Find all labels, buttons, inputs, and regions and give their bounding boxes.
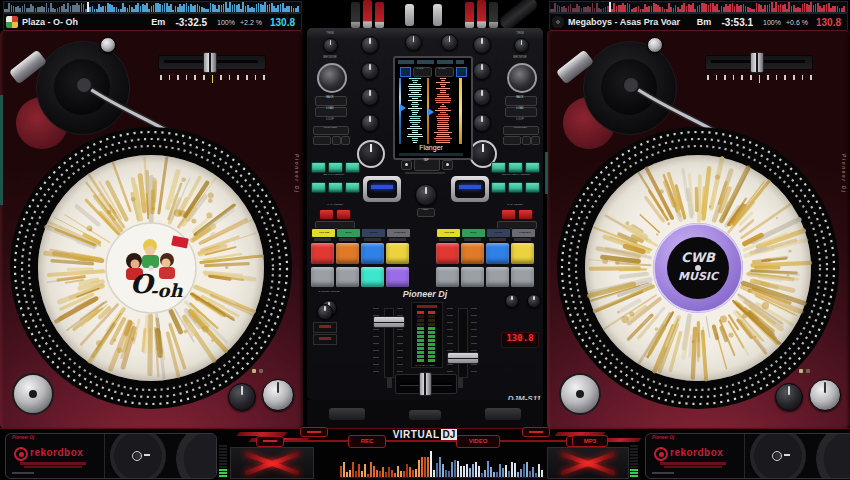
label: AUTO LOOP bbox=[504, 125, 536, 127]
rekordbox-icon bbox=[654, 447, 668, 461]
booth-level-knob[interactable] bbox=[441, 34, 458, 51]
performance-pad[interactable] bbox=[461, 267, 484, 287]
browse-knob-right[interactable] bbox=[507, 63, 537, 93]
performance-pad[interactable] bbox=[486, 243, 509, 264]
channel-fader-left[interactable] bbox=[373, 308, 403, 376]
brake-adjust-knob[interactable] bbox=[228, 383, 256, 411]
software-fx-select-button[interactable] bbox=[508, 162, 523, 173]
pitch-fader-handle[interactable] bbox=[750, 52, 764, 73]
deck-brand: Pioneer Dj bbox=[295, 154, 300, 194]
toolbar-button[interactable] bbox=[256, 436, 284, 447]
mixer-bpm-display: 130.8 bbox=[501, 332, 539, 348]
beat-fx-select-button[interactable] bbox=[328, 162, 343, 173]
label: LOAD bbox=[502, 107, 538, 110]
pad-mode-button[interactable]: SLICER bbox=[486, 228, 511, 238]
pad-mode-button[interactable]: SAMPLER bbox=[511, 228, 536, 238]
ch1-mid-knob[interactable] bbox=[361, 88, 379, 106]
mixer-brand-logo: Pioneer Dj bbox=[397, 289, 453, 299]
performance-pad[interactable] bbox=[336, 243, 359, 264]
mini-display bbox=[313, 322, 337, 333]
master-waveform[interactable] bbox=[340, 449, 545, 479]
mp3-button[interactable]: MP3 bbox=[572, 435, 608, 447]
start-stop-button[interactable] bbox=[12, 373, 54, 415]
ch2-low-knob[interactable] bbox=[473, 114, 491, 132]
parameter-right-button[interactable] bbox=[518, 209, 533, 220]
pad-mode-button[interactable]: HOT CUE bbox=[311, 228, 336, 238]
ch1-hi-knob[interactable] bbox=[361, 62, 379, 80]
performance-pad[interactable] bbox=[311, 267, 334, 287]
loop-x2-button[interactable] bbox=[531, 136, 540, 145]
crossfader-handle[interactable] bbox=[419, 372, 432, 396]
performance-pad[interactable] bbox=[461, 243, 484, 264]
pad-mode-button[interactable]: SAMPLER bbox=[386, 228, 411, 238]
ch1-filter-knob[interactable] bbox=[357, 140, 385, 168]
speed-knob[interactable] bbox=[262, 379, 294, 411]
browse-knob-left[interactable] bbox=[317, 63, 347, 93]
pitch-tick bbox=[194, 75, 196, 80]
software-fx-select-button[interactable] bbox=[525, 162, 540, 173]
loop-x2-button[interactable] bbox=[522, 136, 531, 145]
pad-mode-button[interactable]: ROLL bbox=[461, 228, 486, 238]
beat-fx-select-button[interactable] bbox=[311, 182, 326, 193]
start-stop-button[interactable] bbox=[559, 373, 601, 415]
cable-plug bbox=[351, 2, 360, 28]
performance-pad[interactable] bbox=[436, 267, 459, 287]
fx-paddle-left[interactable] bbox=[363, 176, 401, 202]
master-level-knob[interactable] bbox=[405, 34, 422, 51]
booth-monitor-knob[interactable] bbox=[317, 304, 333, 320]
beat-fx-select-button[interactable] bbox=[345, 182, 360, 193]
ch2-hi-knob[interactable] bbox=[473, 62, 491, 80]
ch1-low-knob[interactable] bbox=[361, 114, 379, 132]
toolbar-button[interactable] bbox=[300, 427, 328, 437]
fx-left-button[interactable] bbox=[401, 160, 412, 170]
cue-a-knob[interactable] bbox=[505, 294, 519, 308]
loop-half-button[interactable] bbox=[313, 136, 331, 145]
toolbar-button[interactable] bbox=[522, 427, 550, 437]
beat-fx-select-button[interactable] bbox=[328, 182, 343, 193]
dash bbox=[144, 454, 150, 456]
beat-fx-select-button[interactable] bbox=[345, 162, 360, 173]
level-depth-knob[interactable] bbox=[415, 184, 437, 206]
pad-mode-button[interactable]: SLICER bbox=[361, 228, 386, 238]
deck-left-overview-waveform[interactable] bbox=[3, 1, 302, 13]
fx-paddle-right[interactable] bbox=[451, 176, 489, 202]
performance-pad[interactable] bbox=[511, 243, 534, 264]
parameter-left-button[interactable] bbox=[501, 209, 516, 220]
line-phono-knob[interactable] bbox=[514, 38, 529, 53]
deck-right-overview-waveform[interactable] bbox=[549, 1, 848, 13]
performance-pad[interactable] bbox=[311, 243, 334, 264]
ch2-trim-knob[interactable] bbox=[473, 36, 491, 54]
software-fx-select-button[interactable] bbox=[525, 182, 540, 193]
brake-adjust-knob[interactable] bbox=[775, 383, 803, 411]
cue-b-knob[interactable] bbox=[527, 294, 541, 308]
channel-fader-right[interactable] bbox=[447, 308, 477, 376]
pad-mode-button[interactable]: ROLL bbox=[336, 228, 361, 238]
pitch-fader-handle[interactable] bbox=[203, 52, 217, 73]
ch2-mid-knob[interactable] bbox=[473, 88, 491, 106]
loop-x2-button[interactable] bbox=[332, 136, 341, 145]
performance-pad[interactable] bbox=[386, 243, 409, 264]
performance-pad[interactable] bbox=[486, 267, 509, 287]
performance-pad[interactable] bbox=[386, 267, 409, 287]
software-fx-select-button[interactable] bbox=[491, 162, 506, 173]
performance-pad[interactable] bbox=[436, 243, 459, 264]
performance-pad[interactable] bbox=[361, 267, 384, 287]
software-fx-select-button[interactable] bbox=[491, 182, 506, 193]
line-phono-knob[interactable] bbox=[323, 38, 338, 53]
video-preview-right[interactable] bbox=[547, 447, 629, 479]
speed-knob[interactable] bbox=[809, 379, 841, 411]
deck-right-album-art bbox=[552, 16, 564, 28]
loop-x2-button[interactable] bbox=[341, 136, 350, 145]
parameter-left-button[interactable] bbox=[319, 209, 334, 220]
pad-mode-button[interactable]: HOT CUE bbox=[436, 228, 461, 238]
software-fx-select-button[interactable] bbox=[508, 182, 523, 193]
parameter-right-button[interactable] bbox=[336, 209, 351, 220]
performance-pad[interactable] bbox=[336, 267, 359, 287]
beat-fx-select-button[interactable] bbox=[311, 162, 326, 173]
ch1-trim-knob[interactable] bbox=[361, 36, 379, 54]
fx-right-button[interactable] bbox=[442, 160, 453, 170]
performance-pad[interactable] bbox=[511, 267, 534, 287]
performance-pad[interactable] bbox=[361, 243, 384, 264]
video-preview-left[interactable] bbox=[230, 447, 314, 479]
loop-half-button[interactable] bbox=[503, 136, 521, 145]
